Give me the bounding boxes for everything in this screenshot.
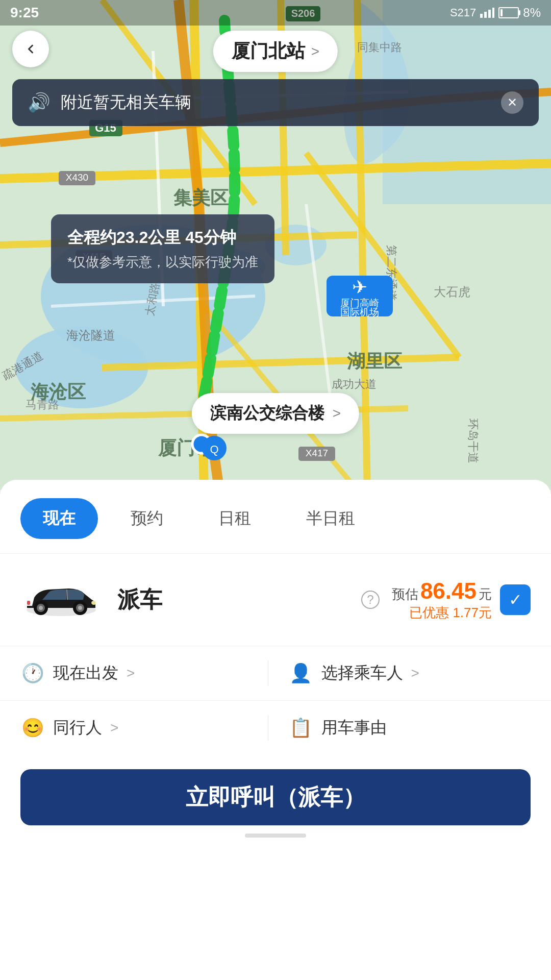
svg-text:马青路: 马青路: [26, 398, 59, 411]
tab-now[interactable]: 现在: [20, 498, 98, 539]
svg-point-56: [78, 606, 82, 610]
price-estimate-row: 预估 86.45 元: [392, 578, 492, 604]
svg-text:✈: ✈: [352, 277, 367, 298]
route-distance-time: 全程约23.2公里 45分钟: [67, 227, 258, 249]
car-type-name: 派车: [117, 585, 361, 615]
banner-text: 附近暂无相关车辆: [61, 91, 191, 114]
svg-text:湖里区: 湖里区: [347, 351, 402, 372]
tab-half-day-rental[interactable]: 半日租: [284, 498, 378, 539]
car-image: [20, 574, 102, 625]
tab-daily-rental[interactable]: 日租: [196, 498, 273, 539]
discount-label: 已优惠: [409, 605, 449, 620]
svg-text:大石虎: 大石虎: [434, 285, 470, 299]
svg-text:集美区: 集美区: [173, 187, 229, 208]
battery-text: 8%: [523, 6, 541, 20]
svg-point-53: [39, 606, 43, 610]
call-button[interactable]: 立即呼叫（派车）: [20, 769, 531, 825]
price-info-icon[interactable]: ?: [361, 591, 380, 609]
svg-text:成功大道: 成功大道: [332, 378, 377, 390]
destination-tag[interactable]: 滨南公交综合楼 >: [192, 393, 359, 434]
location-chevron-icon: >: [311, 43, 319, 60]
route-disclaimer: *仅做参考示意，以实际行驶为准: [67, 253, 258, 271]
speaker-icon: 🔊: [28, 92, 51, 113]
call-button-label: 立即呼叫（派车）: [186, 782, 365, 813]
destination-chevron-icon: >: [333, 405, 341, 422]
discount-amount: 1.77元: [453, 605, 492, 620]
svg-text:Q: Q: [210, 443, 218, 456]
price-info: 预估 86.45 元 已优惠 1.77元: [392, 578, 492, 622]
price-main-value: 86.45: [420, 578, 477, 604]
signal-text: S217: [450, 6, 476, 19]
map-area: G15 S206 X430 X415 X417 集美区 海沧区 湖里区 厦门市 …: [0, 0, 551, 490]
svg-line-50: [67, 590, 67, 600]
price-section: ? 预估 86.45 元 已优惠 1.77元 ✓: [361, 578, 531, 622]
route-info-popup: 全程约23.2公里 45分钟 *仅做参考示意，以实际行驶为准: [51, 214, 274, 283]
svg-text:环岛干道: 环岛干道: [467, 419, 480, 463]
car-option-row[interactable]: 派车 ? 预估 86.45 元 已优惠 1.77元 ✓: [20, 554, 531, 646]
back-button[interactable]: [12, 31, 49, 67]
clock-icon: 🕐: [20, 661, 45, 685]
no-vehicle-banner: 🔊 附近暂无相关车辆 ✕: [12, 79, 539, 126]
depart-time-option[interactable]: 🕐 现在出发 >: [20, 661, 263, 685]
svg-text:同集中路: 同集中路: [357, 41, 402, 54]
svg-text:海沧隧道: 海沧隧道: [66, 328, 115, 342]
reason-label: 用车事由: [321, 717, 387, 739]
depart-time-chevron-icon: >: [127, 665, 135, 681]
car-select-checkbox[interactable]: ✓: [500, 584, 531, 615]
tab-reserve[interactable]: 预约: [108, 498, 186, 539]
companion-option[interactable]: 😊 同行人 >: [20, 716, 263, 740]
reason-icon: 📋: [289, 716, 313, 740]
banner-content: 🔊 附近暂无相关车辆: [28, 91, 191, 114]
location-header[interactable]: 厦门北站 >: [213, 31, 338, 72]
signal-icon: [480, 8, 494, 18]
home-indicator-bar: [245, 834, 306, 838]
depart-time-label: 现在出发: [53, 662, 118, 684]
passenger-chevron-icon: >: [411, 665, 419, 681]
status-right: S217 8%: [450, 6, 541, 20]
home-indicator: [20, 825, 531, 846]
companion-chevron-icon: >: [110, 720, 118, 736]
battery-icon: [498, 7, 519, 18]
svg-text:X430: X430: [66, 172, 88, 183]
reason-option[interactable]: 📋 用车事由: [273, 716, 531, 740]
passenger-label: 选择乘车人: [321, 662, 403, 684]
svg-point-57: [91, 601, 96, 605]
options-row-1: 🕐 现在出发 > 👤 选择乘车人 >: [20, 646, 531, 700]
price-estimate-label: 预估: [392, 585, 418, 603]
svg-text:国际机场: 国际机场: [340, 307, 379, 317]
svg-text:X417: X417: [306, 448, 328, 458]
companion-icon: 😊: [20, 716, 45, 740]
destination-name: 滨南公交综合楼: [210, 402, 324, 425]
price-unit: 元: [479, 585, 492, 603]
service-tabs: 现在 预约 日租 半日租: [20, 480, 531, 553]
option-divider: [268, 660, 268, 686]
bottom-panel: 现在 预约 日租 半日租: [0, 480, 551, 980]
svg-rect-58: [27, 601, 30, 605]
price-discount-row: 已优惠 1.77元: [392, 604, 492, 622]
banner-close-button[interactable]: ✕: [501, 91, 523, 114]
departure-location: 厦门北站: [232, 39, 305, 64]
passenger-icon: 👤: [289, 661, 313, 685]
option-divider-2: [268, 715, 268, 741]
options-row-2: 😊 同行人 > 📋 用车事由: [20, 701, 531, 759]
time-display: 9:25: [10, 5, 39, 21]
passenger-option[interactable]: 👤 选择乘车人 >: [273, 661, 531, 685]
companion-label: 同行人: [53, 717, 102, 739]
status-bar: 9:25 S217 8%: [0, 0, 551, 26]
